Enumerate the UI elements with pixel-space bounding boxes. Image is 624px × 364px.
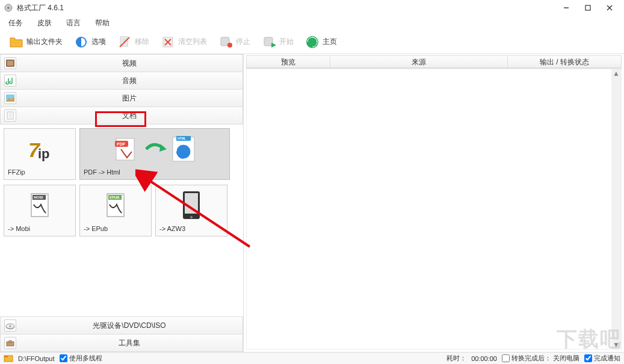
menu-task[interactable]: 任务 [6, 17, 25, 29]
svg-point-50 [10, 325, 11, 327]
stop-button[interactable]: 停止 [214, 33, 254, 51]
window-title: 格式工厂 4.6.1 [17, 3, 64, 13]
svg-text:HTML: HTML [178, 137, 186, 140]
title-bar: 格式工厂 4.6.1 [0, 0, 624, 16]
svg-rect-15 [227, 43, 232, 48]
menu-skin[interactable]: 皮肤 [35, 17, 54, 29]
start-icon [261, 34, 277, 50]
svg-point-1 [7, 7, 10, 9]
elapsed-value: 00:00:00 [471, 355, 497, 362]
tile-azw3[interactable]: -> AZW3 [155, 185, 227, 236]
audio-icon [4, 75, 16, 87]
tiles-area: 7 ip FFZip PDF [0, 125, 243, 316]
category-optical[interactable]: 光驱设备\DVD\CD\ISO [0, 316, 243, 335]
menu-language[interactable]: 语言 [64, 17, 83, 29]
close-button[interactable] [599, 1, 620, 15]
output-folder-indicator-icon[interactable] [4, 354, 13, 363]
status-bar: D:\FFOutput 使用多线程 耗时： 00:00:00 转换完成后： 关闭… [0, 352, 624, 364]
app-icon [4, 3, 13, 13]
video-icon [4, 57, 16, 69]
mobi-icon: MOBI [8, 188, 72, 224]
svg-rect-46 [185, 193, 198, 214]
col-source[interactable]: 来源 [330, 55, 508, 68]
svg-point-18 [306, 36, 318, 48]
col-status[interactable]: 输出 / 转换状态 [507, 55, 622, 68]
scroll-down-icon[interactable]: ▼ [612, 341, 620, 349]
svg-rect-16 [264, 37, 273, 46]
minimize-button[interactable] [555, 1, 577, 15]
menu-help[interactable]: 帮助 [93, 17, 112, 29]
svg-text:ip: ip [38, 146, 50, 161]
pdf-to-html-icon: PDF HTML [84, 131, 226, 167]
menu-bar: 任务 皮肤 语言 帮助 [0, 16, 624, 30]
picture-icon [4, 92, 16, 104]
remove-icon [117, 34, 132, 50]
svg-rect-3 [585, 5, 590, 10]
tile-epub[interactable]: EPUB -> EPub [79, 185, 152, 236]
output-folder-button[interactable]: 输出文件夹 [5, 33, 66, 51]
right-pane: 预览 来源 输出 / 转换状态 ▲ ▼ [244, 54, 624, 352]
ffzip-icon: 7 ip [8, 131, 72, 167]
clear-icon [160, 34, 176, 50]
multithread-input[interactable] [60, 354, 67, 362]
start-button[interactable]: 开始 [258, 33, 297, 51]
toolset-icon [4, 337, 16, 349]
svg-rect-20 [7, 61, 13, 66]
epub-icon: EPUB [84, 188, 147, 224]
stop-icon [218, 34, 233, 50]
output-path[interactable]: D:\FFOutput [18, 355, 55, 362]
scroll-up-icon[interactable]: ▲ [612, 69, 620, 78]
notify-input[interactable] [584, 354, 592, 362]
scrollbar[interactable]: ▲ ▼ [611, 69, 621, 349]
svg-marker-17 [271, 43, 276, 48]
category-toolset[interactable]: 工具集 [0, 334, 243, 352]
svg-text:MOBI: MOBI [34, 196, 43, 199]
options-icon [73, 34, 89, 50]
maximize-button[interactable] [577, 1, 599, 15]
azw3-icon [159, 188, 223, 224]
left-pane: 视频 音频 图片 文档 [0, 54, 244, 352]
category-picture[interactable]: 图片 [0, 89, 243, 107]
svg-point-47 [190, 216, 193, 218]
tile-ffzip[interactable]: 7 ip FFZip [4, 128, 76, 180]
elapsed-label: 耗时： [446, 354, 466, 363]
folder-icon [8, 34, 24, 50]
home-icon [304, 34, 320, 50]
options-button[interactable]: 选项 [70, 33, 110, 51]
after-convert-input[interactable] [502, 354, 510, 362]
task-list: ▲ ▼ [246, 69, 622, 350]
document-icon [4, 110, 16, 122]
disc-icon [4, 319, 16, 332]
svg-text:EPUB: EPUB [110, 196, 120, 199]
after-convert-checkbox[interactable]: 转换完成后： 关闭电脑 [502, 354, 579, 363]
main-area: 视频 音频 图片 文档 [0, 54, 624, 352]
remove-button[interactable]: 移除 [113, 33, 153, 51]
svg-marker-32 [159, 144, 167, 152]
clear-list-button[interactable]: 清空列表 [156, 33, 211, 51]
col-preview[interactable]: 预览 [246, 55, 330, 68]
tile-pdf-to-html[interactable]: PDF HTML [79, 128, 230, 180]
home-button[interactable]: 主页 [301, 33, 341, 51]
category-document[interactable]: 文档 [0, 106, 243, 125]
svg-text:PDF: PDF [117, 142, 126, 146]
toolbar: 输出文件夹 选项 移除 清空列表 停止 开始 主页 [0, 30, 624, 54]
multithread-checkbox[interactable]: 使用多线程 [60, 354, 102, 363]
notify-checkbox[interactable]: 完成通知 [584, 354, 620, 363]
table-header: 预览 来源 输出 / 转换状态 [246, 55, 622, 69]
category-video[interactable]: 视频 [0, 54, 243, 72]
svg-rect-54 [4, 356, 8, 357]
category-audio[interactable]: 音频 [0, 72, 243, 90]
tile-mobi[interactable]: MOBI -> Mobi [4, 185, 76, 236]
